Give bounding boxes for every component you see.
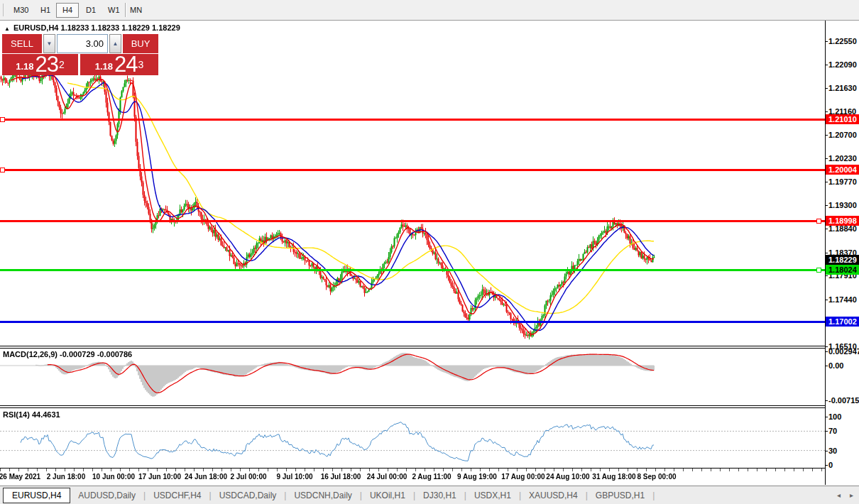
axis-tick-mark	[825, 88, 828, 89]
price-axis-label: 1.20230	[828, 154, 857, 163]
volume-step-down-button[interactable]: ▼	[43, 34, 55, 53]
macd-axis-label: 0.00	[828, 361, 843, 371]
panel-separator[interactable]	[0, 346, 825, 346]
rsi-axis-label: 0	[828, 461, 833, 470]
price-line-axis-label: 1.18024	[826, 265, 859, 275]
chart-tab-ukoil[interactable]: UKOil,H1	[362, 488, 413, 503]
axis-tick-mark	[825, 229, 828, 229]
price-axis-label: 1.22550	[828, 37, 857, 46]
axis-tick-mark	[825, 300, 828, 300]
time-axis-label: 24 Aug 10:00	[546, 473, 589, 481]
buy-price-display[interactable]: 1.18 24 3	[80, 54, 158, 75]
axis-tick-mark	[825, 346, 828, 347]
macd-axis-label: -0.007151	[828, 396, 859, 405]
time-axis-label: 31 Aug 18:00	[592, 473, 635, 481]
time-axis-label: 17 Jun 10:00	[138, 473, 181, 481]
timeframe-button-mn[interactable]: MN	[124, 3, 148, 18]
axis-tick-mark	[825, 135, 828, 136]
line-drag-handle[interactable]	[816, 268, 821, 273]
rsi-axis-label: 100	[828, 412, 841, 422]
timeframe-button-m30[interactable]: M30	[7, 3, 35, 18]
line-drag-handle[interactable]	[0, 117, 5, 122]
axis-tick-mark	[825, 275, 828, 276]
axis-tick-mark	[825, 65, 828, 65]
time-axis-label: 24 Jul 00:00	[367, 473, 407, 481]
price-line-axis-label: 1.21010	[826, 114, 859, 124]
axis-tick-mark	[825, 351, 828, 352]
macd-label: MACD(12,26,9) -0.000729 -0.000786	[3, 350, 132, 358]
symbol-ohlc-text: EURUSD,H4 1.18233 1.18233 1.18229 1.1822…	[13, 23, 180, 32]
horizontal-price-line-1.17002[interactable]	[0, 321, 825, 323]
time-axis-label: 17 Aug 00:00	[501, 473, 545, 481]
axis-tick-mark	[825, 158, 828, 159]
sell-button[interactable]: SELL	[2, 34, 42, 53]
price-line-axis-label: 1.17002	[826, 317, 859, 327]
price-line-axis-label: 1.18998	[826, 216, 859, 226]
chart-tab-bar: EURUSD,H4AUDUSD,Daily|USDCHF,H4|USDCAD,D…	[0, 486, 859, 504]
volume-step-up-button[interactable]: ▲	[109, 34, 121, 53]
timeframe-button-h1[interactable]: H1	[34, 3, 57, 18]
horizontal-price-line-1.18998[interactable]	[0, 220, 825, 222]
buy-price-main: 24	[114, 55, 137, 75]
time-axis-label: 2 Jun 18:00	[47, 473, 85, 481]
chart-tab-usdcnh[interactable]: USDCNH,Daily	[286, 488, 359, 503]
chart-tab-usdx[interactable]: USDX,H1	[466, 488, 519, 503]
time-axis-label: 9 Jul 10:00	[276, 473, 312, 481]
timeframe-button-h4[interactable]: H4	[56, 3, 79, 18]
axis-tick-mark	[825, 111, 828, 112]
panel-separator[interactable]	[0, 405, 825, 406]
tab-scroll-right-icon[interactable]: ▸	[850, 491, 853, 499]
chart-tab-usdchf[interactable]: USDCHF,H4	[146, 488, 209, 503]
rsi-axis-label: 30	[828, 447, 837, 456]
sell-price-prefix: 1.18	[16, 59, 33, 75]
chart-tab-gbpusd[interactable]: GBPUSD,H1	[588, 488, 652, 503]
buy-button[interactable]: BUY	[123, 34, 158, 53]
chart-tab-usdcad[interactable]: USDCAD,Daily	[212, 488, 285, 503]
collapse-arrow-icon[interactable]: ▲	[4, 26, 10, 32]
price-axis-label: 1.20700	[828, 131, 857, 140]
timeframe-button-d1[interactable]: D1	[80, 3, 102, 18]
time-axis-label: 2 Jul 00:00	[230, 473, 266, 481]
horizontal-price-line-1.18024[interactable]	[0, 269, 825, 271]
line-drag-handle[interactable]	[0, 168, 5, 172]
price-axis-label: 1.21630	[828, 84, 857, 93]
volume-input[interactable]	[57, 34, 108, 53]
buy-price-pipette: 3	[138, 54, 144, 75]
timeframe-button-w1[interactable]: W1	[102, 3, 126, 18]
price-axis-label: 1.17440	[828, 295, 857, 305]
chart-window: ▲EURUSD,H4 1.18233 1.18233 1.18229 1.182…	[0, 21, 859, 486]
time-axis-label: 8 Sep 00:00	[637, 473, 676, 481]
rsi-axis-label: 70	[828, 427, 837, 436]
macd-axis-label: 0.002947	[828, 347, 859, 356]
timeframe-toolbar: M30H1H4D1W1MN	[0, 0, 859, 21]
rsi-indicator-chart[interactable]	[0, 408, 825, 468]
time-axis-label: 26 May 2021	[0, 473, 40, 481]
tab-scroll-left-icon[interactable]: ◂	[837, 491, 841, 499]
panel-separator	[0, 348, 825, 349]
price-axis-label: 1.19300	[828, 201, 857, 210]
axis-tick-mark	[825, 417, 828, 417]
one-click-trading-panel: SELL ▼ ▲ BUY 1.18 23 2 1.18 24 3	[2, 34, 158, 75]
mt4-window: M30H1H4D1W1MN ▲EURUSD,H4 1.18233 1.18233…	[0, 0, 859, 504]
chart-tab-eurusd[interactable]: EURUSD,H4	[3, 488, 70, 503]
horizontal-price-line-1.21010[interactable]	[0, 119, 825, 121]
chart-tab-dj30[interactable]: DJ30,H1	[415, 488, 464, 503]
axis-tick-mark	[825, 182, 828, 182]
axis-tick-mark	[825, 465, 828, 466]
axis-tick-mark	[825, 205, 828, 206]
time-axis-label: 24 Jun 18:00	[185, 473, 227, 481]
panel-separator	[0, 407, 825, 408]
price-line-axis-label: 1.20004	[826, 165, 859, 175]
line-drag-handle[interactable]	[816, 219, 821, 224]
time-axis-label: 10 Jun 00:00	[92, 473, 135, 481]
horizontal-price-line-1.20004[interactable]	[0, 169, 825, 171]
chart-tab-audusd[interactable]: AUDUSD,Daily	[70, 488, 143, 503]
price-axis-label: 1.18840	[828, 224, 857, 234]
price-axis-label: 1.22090	[828, 60, 857, 70]
chart-tab-xauusd[interactable]: XAUUSD,H4	[521, 488, 586, 503]
partial-toolbar-button[interactable]	[0, 4, 4, 16]
time-axis-label: 16 Jul 18:00	[321, 473, 361, 481]
sell-price-display[interactable]: 1.18 23 2	[2, 54, 78, 75]
axis-tick-mark	[825, 253, 828, 253]
price-axis-label: 1.19770	[828, 177, 857, 187]
